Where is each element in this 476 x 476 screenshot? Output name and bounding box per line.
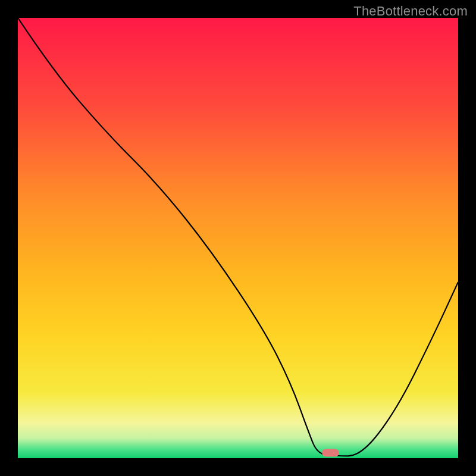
plot-area xyxy=(18,18,458,458)
gradient-background xyxy=(18,18,458,458)
selected-marker xyxy=(322,449,339,457)
chart-frame: TheBottleneck.com xyxy=(0,0,476,476)
plot-svg xyxy=(18,18,458,458)
watermark-text: TheBottleneck.com xyxy=(353,4,468,19)
